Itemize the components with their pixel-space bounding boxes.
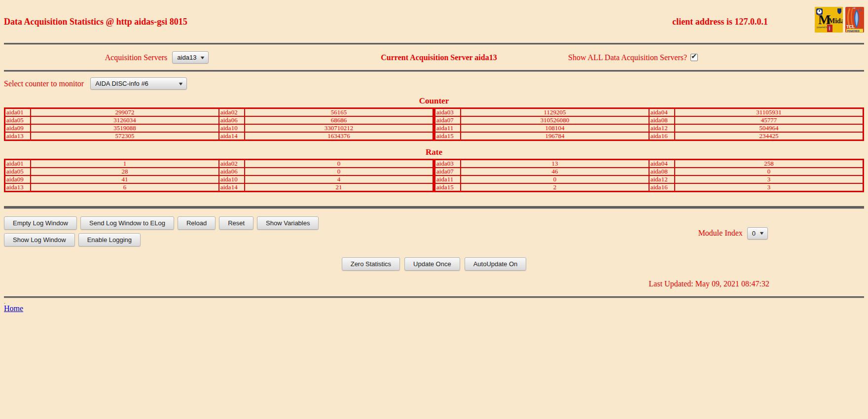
svg-text:”: ” xyxy=(858,7,862,15)
controls-row: Empty Log WindowSend Log Window to ELogR… xyxy=(4,216,864,250)
table-row: aida11108104aida12504964 xyxy=(435,124,863,132)
table-row: aida0313aida04258 xyxy=(435,160,863,168)
module-index-label: Module Index xyxy=(698,229,743,238)
midas-powered-by-text: powered by xyxy=(817,26,829,29)
channel-value: 3 xyxy=(675,175,863,183)
channel-value: 0 xyxy=(245,168,433,175)
channel-value: 108104 xyxy=(461,124,649,132)
counter-monitor-label: Select counter to monitor xyxy=(4,79,84,88)
channel-value: 572305 xyxy=(31,132,219,140)
channel-name: aida08 xyxy=(649,168,675,175)
empty-log-window-button[interactable]: Empty Log Window xyxy=(4,216,77,230)
counter-tables: aida01299072aida0256165aida053126034aida… xyxy=(4,107,864,141)
channel-name: aida14 xyxy=(219,132,245,140)
channel-value: 234425 xyxy=(675,132,863,140)
table-row: aida0528aida060 xyxy=(5,168,433,175)
channel-value: 1129205 xyxy=(461,108,649,116)
rate-table-left: aida011aida020aida0528aida060aida0941aid… xyxy=(4,159,434,192)
channel-name: aida15 xyxy=(435,183,461,191)
reload-button[interactable]: Reload xyxy=(178,216,216,230)
table-row: aida136aida1421 xyxy=(5,183,433,191)
rate-section-title: Rate xyxy=(4,147,864,157)
channel-value: 1 xyxy=(31,160,219,168)
show-all-label: Show ALL Data Acquisition Servers? xyxy=(568,53,687,62)
logos: M Midas powered by ” “ TCL POWERED xyxy=(815,7,864,33)
acquisition-servers-label: Acquisition Servers xyxy=(105,53,168,62)
counter-table-left: aida01299072aida0256165aida053126034aida… xyxy=(4,107,434,141)
channel-name: aida01 xyxy=(5,160,31,168)
channel-name: aida14 xyxy=(219,183,245,191)
module-index-select[interactable]: 0 ▼ xyxy=(747,227,768,240)
channel-value: 56165 xyxy=(245,108,433,116)
module-index-selected: 0 xyxy=(752,230,756,237)
channel-name: aida03 xyxy=(435,108,461,116)
channel-name: aida08 xyxy=(649,116,675,124)
log-buttons-row-2: Show Log WindowEnable Logging xyxy=(4,233,698,246)
table-row: aida07310526080aida0845777 xyxy=(435,116,863,124)
svg-text:“: “ xyxy=(853,7,856,12)
channel-value: 258 xyxy=(675,160,863,168)
log-buttons-row-1: Empty Log WindowSend Log Window to ELogR… xyxy=(4,216,698,230)
current-acquisition-server-text: Current Acquisition Server aida13 xyxy=(310,53,568,62)
channel-value: 45777 xyxy=(675,116,863,124)
table-row: aida0941aida104 xyxy=(5,175,433,183)
zero-statistics-button[interactable]: Zero Statistics xyxy=(342,257,400,271)
channel-value: 0 xyxy=(675,168,863,175)
chevron-down-icon: ▼ xyxy=(759,231,764,236)
send-log-window-to-elog-button[interactable]: Send Log Window to ELog xyxy=(80,216,174,230)
tcl-logo-text: TCL xyxy=(846,24,855,29)
channel-value: 1634376 xyxy=(245,132,433,140)
page: Data Acquisition Statistics @ http aidas… xyxy=(0,0,868,313)
tcl-powered-text: POWERED xyxy=(847,30,860,33)
autoupdate-on-button[interactable]: AutoUpdate On xyxy=(465,257,527,271)
tcl-powered-logo[interactable]: ” “ TCL POWERED xyxy=(845,7,864,33)
log-buttons: Empty Log WindowSend Log Window to ELogR… xyxy=(4,216,698,250)
rate-table-right: aida0313aida04258aida0746aida080aida110a… xyxy=(434,159,864,192)
counter-monitor-select[interactable]: AIDA DISC-info #6 ▼ xyxy=(90,77,187,90)
channel-value: 2 xyxy=(461,183,649,191)
reset-button[interactable]: Reset xyxy=(219,216,253,230)
channel-value: 3126034 xyxy=(31,116,219,124)
chevron-down-icon: ▼ xyxy=(178,81,183,86)
table-row: aida053126034aida0668686 xyxy=(5,116,433,124)
header: Data Acquisition Statistics @ http aidas… xyxy=(4,0,864,33)
channel-name: aida11 xyxy=(435,124,461,132)
show-log-window-button[interactable]: Show Log Window xyxy=(4,233,75,246)
channel-name: aida05 xyxy=(5,116,31,124)
channel-name: aida10 xyxy=(219,124,245,132)
channel-name: aida04 xyxy=(649,108,675,116)
channel-name: aida11 xyxy=(435,175,461,183)
show-all-group: Show ALL Data Acquisition Servers? xyxy=(568,53,864,62)
table-row: aida152aida163 xyxy=(435,183,863,191)
channel-value: 3 xyxy=(675,183,863,191)
home-line: Home xyxy=(4,304,864,313)
channel-name: aida13 xyxy=(5,183,31,191)
table-row: aida110aida123 xyxy=(435,175,863,183)
channel-value: 21 xyxy=(245,183,433,191)
divider xyxy=(4,206,864,209)
channel-name: aida04 xyxy=(649,160,675,168)
channel-value: 28 xyxy=(31,168,219,175)
channel-value: 0 xyxy=(461,175,649,183)
acquisition-server-select[interactable]: aida13 ▼ xyxy=(172,51,209,64)
counter-monitor-selected: AIDA DISC-info #6 xyxy=(95,80,148,87)
show-variables-button[interactable]: Show Variables xyxy=(257,216,319,230)
channel-name: aida10 xyxy=(219,175,245,183)
table-row: aida01299072aida0256165 xyxy=(5,108,433,116)
channel-name: aida16 xyxy=(649,183,675,191)
channel-name: aida03 xyxy=(435,160,461,168)
channel-value: 4 xyxy=(245,175,433,183)
channel-value: 46 xyxy=(461,168,649,175)
table-row: aida093519088aida10330710212 xyxy=(5,124,433,132)
update-buttons-row: Zero StatisticsUpdate OnceAutoUpdate On xyxy=(4,257,864,271)
show-all-checkbox[interactable] xyxy=(690,54,698,61)
module-index-group: Module Index 0 ▼ xyxy=(698,227,768,240)
enable-logging-button[interactable]: Enable Logging xyxy=(78,233,141,246)
dot-text: . xyxy=(4,300,864,304)
acquisition-server-selected: aida13 xyxy=(177,54,196,61)
home-link[interactable]: Home xyxy=(4,304,23,313)
update-once-button[interactable]: Update Once xyxy=(404,257,460,271)
table-row: aida011aida020 xyxy=(5,160,433,168)
midas-logo-text: Midas xyxy=(829,17,843,25)
midas-logo[interactable]: M Midas powered by xyxy=(815,7,843,33)
